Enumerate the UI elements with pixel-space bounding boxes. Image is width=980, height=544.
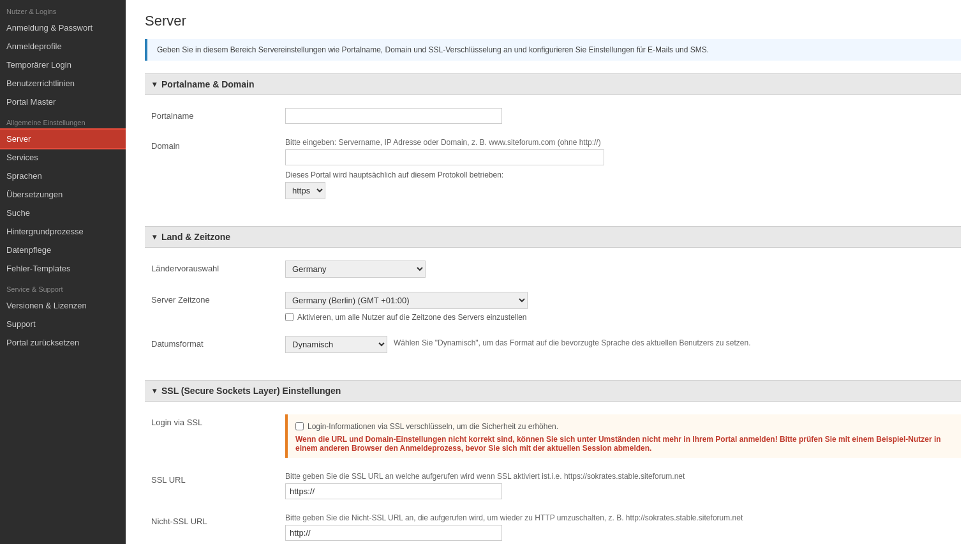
- ssl-warning-text: Wenn die URL und Domain-Einstellungen ni…: [295, 435, 953, 453]
- section-body-portalname: Portalname Domain Bitte eingeben: Server…: [145, 95, 961, 220]
- sidebar-item-portal-reset[interactable]: Portal zurücksetzen: [0, 333, 126, 352]
- sidebar-item-benutzerrichtlinien[interactable]: Benutzerrichtlinien: [0, 74, 126, 93]
- land-label: Ländervorauswahl: [145, 261, 285, 273]
- sidebar-section-label: Service & Support: [0, 278, 126, 296]
- ssl-checkbox-label: Login-Informationen via SSL verschlüssel…: [308, 422, 558, 431]
- section-body-land: Ländervorauswahl Germany Austria Switzer…: [145, 248, 961, 374]
- ssl-url-hint: Bitte geben Sie die SSL URL an welche au…: [285, 472, 961, 481]
- domain-input[interactable]: [285, 149, 604, 165]
- land-field: Germany Austria Switzerland: [285, 261, 961, 278]
- sidebar-item-portal-master[interactable]: Portal Master: [0, 93, 126, 111]
- sidebar-item-services[interactable]: Services: [0, 148, 126, 167]
- datumsformat-hint: Wählen Sie "Dynamisch", um das Format au…: [394, 336, 750, 347]
- datumsformat-row: Datumsformat Dynamisch DD.MM.YYYY Wählen…: [145, 333, 961, 356]
- section-header-ssl[interactable]: ▾ SSL (Secure Sockets Layer) Einstellung…: [145, 380, 961, 402]
- main-content: Server Geben Sie in diesem Bereich Serve…: [126, 0, 980, 544]
- datumsformat-select[interactable]: Dynamisch DD.MM.YYYY: [285, 336, 387, 353]
- zeitzone-checkbox[interactable]: [285, 313, 293, 321]
- section-title-portalname: Portalname & Domain: [161, 79, 254, 89]
- info-bar: Geben Sie in diesem Bereich Servereinste…: [145, 39, 961, 61]
- sidebar-item-temporaer[interactable]: Temporärer Login: [0, 56, 126, 74]
- portalname-label: Portalname: [145, 108, 285, 121]
- ssl-url-row: SSL URL Bitte geben Sie die SSL URL an w…: [145, 469, 961, 502]
- section-body-ssl: Login via SSL Login-Informationen via SS…: [145, 402, 961, 544]
- page-title: Server: [145, 13, 961, 29]
- section-header-land[interactable]: ▾ Land & Zeitzone: [145, 226, 961, 248]
- non-ssl-url-hint: Bitte geben Sie die Nicht-SSL URL an, di…: [285, 513, 961, 522]
- chevron-icon: ▾: [152, 80, 156, 89]
- sidebar-item-sprachen[interactable]: Sprachen: [0, 167, 126, 185]
- sidebar-section-label: Nutzer & Logins: [0, 0, 126, 19]
- datumsformat-field: Dynamisch DD.MM.YYYY Wählen Sie "Dynamis…: [285, 336, 961, 353]
- domain-field: Bitte eingeben: Servername, IP Adresse o…: [285, 138, 961, 199]
- zeitzone-select[interactable]: Germany (Berlin) (GMT +01:00) UTC: [285, 292, 528, 309]
- sidebar-item-anmeldung[interactable]: Anmeldung & Passwort: [0, 19, 126, 37]
- sidebar-item-datenpflege[interactable]: Datenpflege: [0, 241, 126, 259]
- section-portalname-domain: ▾ Portalname & Domain Portalname Domain …: [145, 73, 961, 220]
- non-ssl-url-label: Nicht-SSL URL: [145, 513, 285, 526]
- land-select[interactable]: Germany Austria Switzerland: [285, 261, 426, 278]
- sidebar-item-suche[interactable]: Suche: [0, 204, 126, 222]
- datumsformat-label: Datumsformat: [145, 336, 285, 349]
- chevron-icon-2: ▾: [152, 232, 156, 241]
- protocol-select[interactable]: https http: [285, 182, 325, 199]
- portalname-field: [285, 108, 961, 124]
- sidebar-section-label: Allgemeine Einstellungen: [0, 111, 126, 130]
- domain-row: Domain Bitte eingeben: Servername, IP Ad…: [145, 135, 961, 202]
- section-header-portalname[interactable]: ▾ Portalname & Domain: [145, 73, 961, 95]
- ssl-checkbox-row: Login-Informationen via SSL verschlüssel…: [295, 422, 953, 431]
- land-row: Ländervorauswahl Germany Austria Switzer…: [145, 257, 961, 281]
- ssl-url-field: Bitte geben Sie die SSL URL an welche au…: [285, 472, 961, 499]
- protocol-row: Dieses Portal wird hauptsächlich auf die…: [285, 170, 961, 199]
- sidebar-item-support[interactable]: Support: [0, 315, 126, 333]
- zeitzone-label: Server Zeitzone: [145, 292, 285, 305]
- sidebar-item-server[interactable]: Server: [0, 130, 126, 148]
- sidebar-item-versionen[interactable]: Versionen & Lizenzen: [0, 296, 126, 315]
- chevron-icon-3: ▾: [152, 386, 156, 395]
- zeitzone-checkbox-label: Aktivieren, um alle Nutzer auf die Zeitz…: [297, 313, 527, 322]
- non-ssl-url-field: Bitte geben Sie die Nicht-SSL URL an, di…: [285, 513, 961, 541]
- login-ssl-label: Login via SSL: [145, 414, 285, 427]
- ssl-checkbox[interactable]: [295, 422, 304, 430]
- protocol-hint: Dieses Portal wird hauptsächlich auf die…: [285, 170, 503, 179]
- ssl-url-input[interactable]: [285, 483, 502, 499]
- sidebar-item-uebersetzungen[interactable]: Übersetzungen: [0, 185, 126, 204]
- zeitzone-checkbox-row: Aktivieren, um alle Nutzer auf die Zeitz…: [285, 313, 961, 322]
- zeitzone-row: Server Zeitzone Germany (Berlin) (GMT +0…: [145, 289, 961, 325]
- portalname-row: Portalname: [145, 105, 961, 127]
- section-title-land: Land & Zeitzone: [161, 232, 230, 242]
- portalname-input[interactable]: [285, 108, 502, 124]
- section-land-zeitzone: ▾ Land & Zeitzone Ländervorauswahl Germa…: [145, 226, 961, 374]
- zeitzone-field: Germany (Berlin) (GMT +01:00) UTC Aktivi…: [285, 292, 961, 322]
- sidebar: Nutzer & LoginsAnmeldung & PasswortAnmel…: [0, 0, 126, 544]
- domain-hint: Bitte eingeben: Servername, IP Adresse o…: [285, 138, 961, 147]
- domain-label: Domain: [145, 138, 285, 151]
- non-ssl-url-input[interactable]: [285, 525, 502, 541]
- login-ssl-row: Login via SSL Login-Informationen via SS…: [145, 411, 961, 461]
- non-ssl-url-row: Nicht-SSL URL Bitte geben Sie die Nicht-…: [145, 510, 961, 544]
- login-ssl-field: Login-Informationen via SSL verschlüssel…: [285, 414, 961, 458]
- sidebar-item-fehler-templates[interactable]: Fehler-Templates: [0, 259, 126, 278]
- sidebar-item-hintergrundprozesse[interactable]: Hintergrundprozesse: [0, 222, 126, 241]
- ssl-warning-bold: Wenn die URL und Domain-Einstellungen ni…: [295, 435, 941, 453]
- section-title-ssl: SSL (Secure Sockets Layer) Einstellungen: [161, 386, 341, 396]
- sidebar-item-anmeldeprofile[interactable]: Anmeldeprofile: [0, 37, 126, 56]
- ssl-warning-box: Login-Informationen via SSL verschlüssel…: [285, 414, 961, 458]
- info-text: Geben Sie in diesem Bereich Servereinste…: [157, 45, 709, 54]
- ssl-url-label: SSL URL: [145, 472, 285, 485]
- section-ssl: ▾ SSL (Secure Sockets Layer) Einstellung…: [145, 380, 961, 544]
